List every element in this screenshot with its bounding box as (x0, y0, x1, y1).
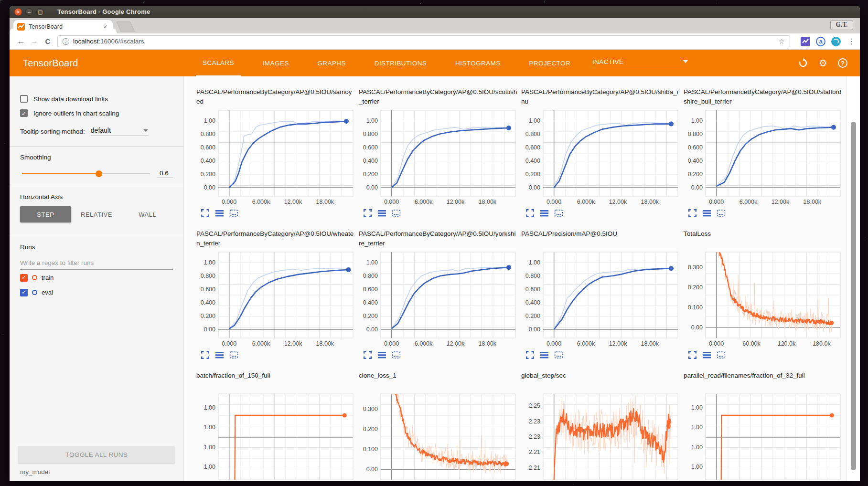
run-row[interactable]: ✓ train (20, 271, 173, 285)
window-close-icon[interactable]: × (14, 8, 22, 16)
slider-thumb[interactable] (96, 170, 102, 177)
axis-wall-button[interactable]: WALL (122, 206, 173, 222)
header-plugin-tab[interactable]: GRAPHS (311, 50, 352, 76)
fit-domain-icon[interactable] (554, 350, 563, 359)
chart-plot[interactable]: 1.001.001.001.000.00040.00k80.00k120.0k1… (684, 391, 842, 481)
extension-chart-icon[interactable] (801, 37, 810, 46)
fit-domain-icon[interactable] (229, 350, 238, 359)
smoothing-value-input[interactable]: 0.6 (157, 169, 173, 178)
chart-card: PASCAL/PerformanceByCategory/AP@0.5IOU/s… (196, 87, 355, 218)
chart-plot[interactable]: 0.000.2000.4000.6000.8001.000.0006.000k1… (684, 107, 842, 206)
expand-chart-icon[interactable] (525, 350, 535, 359)
run-checkbox-icon[interactable]: ✓ (20, 289, 28, 296)
chart-plot[interactable]: 0.000.2000.4000.6000.8001.000.0006.000k1… (196, 249, 355, 348)
reload-icon[interactable]: C (41, 37, 54, 45)
chart-plot[interactable]: 0.000.2000.4000.6000.8001.000.0006.000k1… (521, 249, 680, 348)
chart-toolbar (521, 209, 680, 218)
fit-domain-icon[interactable] (392, 209, 401, 218)
header-plugin-tab[interactable]: SCALARS (196, 50, 241, 76)
chart-title: PASCAL/PerformanceByCategory/AP@0.5IOU/s… (196, 87, 355, 106)
back-icon[interactable]: ← (14, 37, 28, 46)
header-plugin-tab[interactable]: DISTRIBUTIONS (368, 50, 433, 76)
fit-domain-icon[interactable] (717, 350, 726, 359)
svg-text:18.00k: 18.00k (641, 340, 659, 347)
url-text[interactable]: localhost:16006/#scalars (73, 38, 779, 45)
smoothing-slider[interactable] (22, 173, 150, 174)
chart-toolbar (196, 209, 355, 218)
fit-domain-icon[interactable] (229, 209, 238, 218)
chart-toolbar (359, 209, 517, 218)
svg-text:0.600: 0.600 (688, 144, 703, 151)
scrollbar-track[interactable] (847, 76, 860, 481)
window-minimize-icon[interactable]: – (25, 8, 33, 16)
header-plugin-tab[interactable]: HISTOGRAMS (449, 50, 507, 76)
tab-close-icon[interactable]: × (101, 23, 109, 31)
extension-swirl-icon[interactable] (831, 37, 841, 46)
plugin-selector-dropdown[interactable]: INACTIVE (592, 58, 688, 68)
axis-step-button[interactable]: STEP (20, 206, 71, 222)
svg-text:1.00: 1.00 (204, 424, 215, 431)
runs-filter-input[interactable] (20, 257, 173, 270)
ignore-outliers-row[interactable]: ✓ Ignore outliers in chart scaling (20, 106, 173, 120)
chart-plot[interactable]: 0.000.1000.2000.3000.00060.00k120.0k180.… (684, 249, 842, 348)
expand-chart-icon[interactable] (525, 209, 535, 218)
refresh-icon[interactable] (798, 58, 808, 68)
chart-plot[interactable]: 0.000.2000.4000.6000.8001.000.0006.000k1… (196, 107, 355, 206)
toggle-runs-list-icon[interactable] (215, 350, 224, 359)
settings-gear-icon[interactable]: ⚙ (818, 58, 828, 68)
chart-plot[interactable]: 2.212.212.232.232.250.00040.00k80.00k120… (521, 391, 680, 481)
fit-domain-icon[interactable] (717, 209, 726, 218)
expand-chart-icon[interactable] (363, 350, 372, 359)
checkbox-checked-icon[interactable]: ✓ (20, 109, 28, 117)
toggle-runs-list-icon[interactable] (540, 350, 549, 359)
axis-relative-button[interactable]: RELATIVE (71, 206, 122, 222)
svg-text:0.000: 0.000 (384, 199, 399, 205)
chart-plot[interactable]: 0.000.2000.4000.6000.8001.000.0006.000k1… (521, 107, 680, 206)
expand-chart-icon[interactable] (688, 350, 697, 359)
toggle-all-runs-button[interactable]: TOGGLE ALL RUNS (18, 446, 175, 464)
checkbox-unchecked-icon[interactable] (20, 95, 28, 103)
chart-plot[interactable]: 1.001.001.001.000.00040.00k80.00k120.0k1… (196, 391, 355, 481)
toggle-runs-list-icon[interactable] (377, 209, 386, 218)
svg-text:0.200: 0.200 (363, 313, 378, 319)
window-maximize-icon[interactable]: ▢ (36, 8, 44, 16)
address-bar[interactable]: i localhost:16006/#scalars ☆ (57, 35, 790, 47)
chart-card: clone_loss_1 0.000.1000.2000.3000.00060.… (359, 371, 517, 481)
expand-chart-icon[interactable] (688, 209, 697, 218)
show-download-links-row[interactable]: Show data download links (20, 92, 173, 106)
scrollbar-thumb[interactable] (851, 122, 856, 470)
chart-plot[interactable]: 0.000.2000.4000.6000.8001.000.0006.000k1… (359, 107, 517, 206)
toggle-runs-list-icon[interactable] (540, 209, 549, 218)
svg-text:0.00: 0.00 (366, 326, 378, 333)
run-checkbox-icon[interactable]: ✓ (20, 274, 28, 282)
bookmark-star-icon[interactable]: ☆ (779, 37, 785, 46)
toggle-runs-list-icon[interactable] (702, 209, 711, 218)
toggle-runs-list-icon[interactable] (215, 209, 224, 218)
help-icon[interactable]: ? (838, 58, 847, 68)
chevron-down-icon (683, 60, 688, 63)
toggle-runs-list-icon[interactable] (702, 350, 711, 359)
new-tab-button[interactable] (116, 21, 135, 32)
svg-text:12.00k: 12.00k (447, 199, 465, 205)
expand-chart-icon[interactable] (201, 209, 210, 218)
browser-menu-icon[interactable]: ⋮ (847, 37, 855, 46)
browser-tab[interactable]: TensorBoard × (13, 20, 113, 33)
fit-domain-icon[interactable] (554, 209, 563, 218)
tooltip-sorting-dropdown[interactable]: default (91, 127, 148, 136)
svg-text:1.00: 1.00 (529, 117, 540, 124)
header-plugin-tab[interactable]: IMAGES (256, 50, 296, 76)
page-info-icon[interactable]: i (63, 38, 69, 45)
expand-chart-icon[interactable] (363, 209, 372, 218)
run-row[interactable]: ✓ eval (20, 285, 173, 299)
chart-plot[interactable]: 0.000.2000.4000.6000.8001.000.0006.000k1… (359, 249, 517, 348)
profile-badge[interactable]: G.T. (830, 20, 853, 30)
horizontal-axis-label: Horizontal Axis (20, 193, 173, 201)
chart-card: batch/fraction_of_150_full 1.001.001.001… (196, 371, 355, 481)
header-plugin-tab[interactable]: PROJECTOR (522, 50, 577, 76)
fit-domain-icon[interactable] (392, 350, 401, 359)
tooltip-sorting-value: default (91, 127, 111, 134)
chart-plot[interactable]: 0.000.1000.2000.3000.00060.00k120.0k180.… (359, 391, 517, 481)
toggle-runs-list-icon[interactable] (377, 350, 386, 359)
extension-a-icon[interactable]: a (816, 37, 825, 46)
expand-chart-icon[interactable] (201, 350, 210, 359)
